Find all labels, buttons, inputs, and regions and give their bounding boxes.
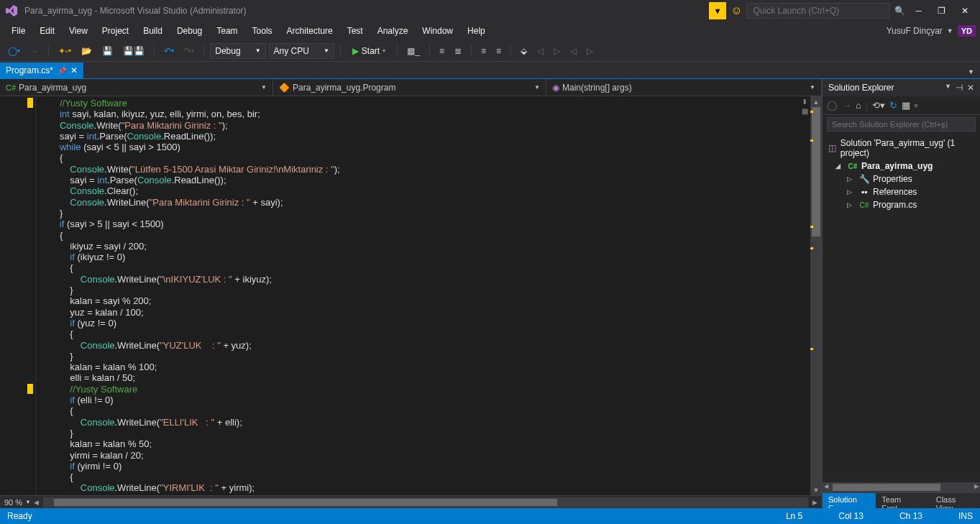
expand-icon[interactable]: ▷ [847, 188, 856, 196]
home-icon[interactable]: ⌂ [856, 100, 861, 111]
method-icon: ◉ [552, 83, 559, 93]
code-editor[interactable]: //Yusty Software int sayi, kalan, ikiyuz… [0, 96, 822, 495]
user-name[interactable]: YusuF Dinçyar [887, 26, 943, 36]
window-title: Para_ayirma_uyg - Microsoft Visual Studi… [24, 6, 709, 16]
solution-node[interactable]: ◫ Solution 'Para_ayirma_uyg' (1 project) [823, 137, 980, 160]
redo-button[interactable]: ↷ ▾ [180, 44, 198, 58]
save-button[interactable]: 💾 [99, 44, 116, 58]
indent-button[interactable]: ≡ [493, 44, 505, 58]
tab-team-explorer[interactable]: Team Expl... [876, 493, 930, 508]
menu-view[interactable]: View [62, 23, 95, 39]
menu-file[interactable]: File [4, 23, 32, 39]
nav-namespace-dropdown[interactable]: C# Para_ayirma_uyg ▼ [0, 79, 273, 96]
bookmark-button[interactable]: ⬙ [517, 44, 531, 58]
split-icon[interactable]: ⬍ [802, 98, 807, 106]
search-input[interactable] [827, 117, 976, 132]
scroll-left-arrow[interactable]: ◀ [34, 499, 39, 506]
expand-icon[interactable]: ▷ [847, 201, 856, 208]
scroll-thumb[interactable] [833, 484, 940, 491]
toolbar-btn-4[interactable]: ◁ [567, 44, 580, 58]
horizontal-scrollbar[interactable] [43, 497, 808, 507]
menu-architecture[interactable]: Architecture [280, 23, 340, 39]
titlebar: Para_ayirma_uyg - Microsoft Visual Studi… [0, 0, 980, 22]
tablist-dropdown[interactable]: ▼ [962, 65, 980, 78]
marker [810, 226, 813, 228]
toolbar-btn-3[interactable]: ▷ [550, 44, 564, 58]
menu-team[interactable]: Team [209, 23, 244, 39]
restore-button[interactable]: ❐ [932, 3, 951, 19]
comment-out-button[interactable]: ≡ [436, 44, 448, 58]
start-button[interactable]: ▶Start▾ [347, 44, 391, 58]
collapse-icon[interactable]: ▦ [902, 100, 910, 111]
references-node[interactable]: ▷ ▪▪ References [823, 185, 980, 198]
close-button[interactable]: ✕ [956, 3, 974, 19]
save-all-button[interactable]: 💾💾 [119, 44, 148, 58]
search-icon[interactable]: 🔍 [894, 6, 905, 16]
panel-horizontal-scrollbar[interactable]: ◀ ▶ [823, 482, 980, 492]
close-icon[interactable]: ✕ [967, 83, 974, 93]
user-badge[interactable]: YD [958, 25, 976, 37]
quick-launch-input[interactable] [746, 3, 890, 19]
project-node[interactable]: ◢ C# Para_ayirma_uyg [823, 160, 980, 173]
nav-fwd-button[interactable]: → [27, 44, 42, 58]
toolbar-btn-1[interactable]: ▦_ [403, 44, 423, 58]
zoom-control[interactable]: 90 %▼ [4, 498, 31, 507]
undo-button[interactable]: ↶ ▾ [160, 44, 178, 58]
menu-window[interactable]: Window [415, 23, 460, 39]
tab-solution-explorer[interactable]: Solution E... [823, 493, 876, 508]
platform-dropdown[interactable]: Any CPU▼ [269, 43, 334, 59]
pin-icon[interactable]: 📌 [58, 67, 66, 75]
menu-analyze[interactable]: Analyze [370, 23, 416, 39]
expand-icon[interactable]: ◢ [835, 162, 844, 170]
scroll-thumb[interactable] [54, 499, 557, 506]
scroll-left-arrow[interactable]: ◀ [824, 483, 828, 489]
nav-back-button[interactable]: ◯ ▾ [4, 44, 24, 58]
close-icon[interactable]: ✕ [70, 65, 78, 75]
back-icon[interactable]: ◯ [827, 100, 838, 111]
scroll-right-arrow[interactable]: ▶ [974, 483, 979, 489]
new-project-button[interactable]: ✦▫ ▾ [55, 44, 75, 58]
editor-right-controls: ⬍ ▦ [799, 96, 810, 495]
fwd-icon[interactable]: → [842, 100, 851, 111]
tab-label: Program.cs* [6, 65, 53, 75]
chevron-down-icon[interactable]: ▼ [947, 27, 953, 35]
toolbar-btn-5[interactable]: ▷ [583, 44, 597, 58]
tab-program-cs[interactable]: Program.cs* 📌 ✕ [0, 63, 83, 78]
menu-debug[interactable]: Debug [170, 23, 209, 39]
play-icon: ▶ [352, 46, 359, 56]
menu-edit[interactable]: Edit [32, 23, 62, 39]
sync-icon[interactable]: ⟲▾ [872, 100, 885, 111]
scroll-thumb[interactable] [812, 107, 820, 236]
pin-icon[interactable]: ⊣ [956, 83, 963, 93]
notification-flag-icon[interactable]: ▾ [709, 2, 726, 19]
scroll-down-arrow[interactable]: ▼ [810, 484, 822, 495]
scroll-right-arrow[interactable]: ▶ [812, 499, 818, 506]
menu-test[interactable]: Test [340, 23, 370, 39]
feedback-icon[interactable]: ☺ [731, 4, 742, 17]
menu-help[interactable]: Help [460, 23, 493, 39]
menu-build[interactable]: Build [136, 23, 170, 39]
nav-method-dropdown[interactable]: ◉ Main(string[] args) ▼ [546, 79, 822, 96]
panel-dropdown-icon[interactable]: ▼ [945, 83, 951, 93]
menu-tools[interactable]: Tools [245, 23, 280, 39]
properties-icon[interactable]: ▫ [915, 100, 918, 111]
references-icon: ▪▪ [858, 187, 870, 197]
refresh-icon[interactable]: ↻ [889, 100, 897, 111]
uncomment-button[interactable]: ≣ [451, 44, 465, 58]
outdent-button[interactable]: ≡ [477, 44, 490, 58]
nav-class-dropdown[interactable]: 🔶 Para_ayirma_uyg.Program ▼ [273, 79, 546, 96]
status-char: Ch 13 [899, 511, 922, 521]
toolbar-btn-2[interactable]: ◁ [533, 44, 547, 58]
file-node[interactable]: ▷ C# Program.cs [823, 198, 980, 211]
config-dropdown[interactable]: Debug▼ [210, 43, 265, 59]
expand-icon[interactable]: ▦ [802, 107, 808, 115]
tab-class-view[interactable]: Class View [930, 493, 980, 508]
expand-icon[interactable]: ▷ [847, 175, 856, 183]
menu-project[interactable]: Project [95, 23, 136, 39]
minimize-button[interactable]: ─ [910, 3, 928, 19]
code-content[interactable]: //Yusty Software int sayi, kalan, ikiyuz… [36, 96, 799, 495]
properties-node[interactable]: ▷ 🔧 Properties [823, 173, 980, 185]
vertical-scrollbar[interactable]: ▲ ▼ [810, 96, 822, 495]
open-file-button[interactable]: 📂 [78, 44, 96, 58]
scroll-up-arrow[interactable]: ▲ [810, 96, 822, 107]
